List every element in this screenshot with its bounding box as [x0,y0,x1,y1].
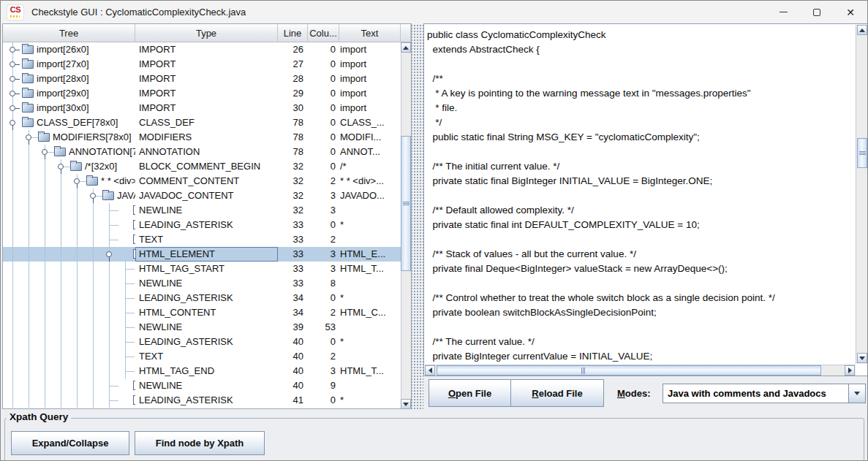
table-row[interactable]: LEADING_ASTERISK[41x0] LEADING_ASTERISK … [3,393,401,408]
tree-cell[interactable]: ANNOTATION[78x0] [3,145,135,159]
table-row[interactable]: LEADING_ASTERISK[34x0] LEADING_ASTERISK … [3,291,401,305]
tree-cell[interactable]: MODIFIERS[78x0] [3,130,135,145]
table-row[interactable]: LEADING_ASTERISK[33x0] LEADING_ASTERISK … [3,218,401,232]
tree-cell[interactable]: import[27x0] [3,57,135,72]
collapse-handle-icon[interactable] [10,120,16,126]
type-cell[interactable]: HTML_TAG_START [135,262,278,276]
code-scroll-right-button[interactable] [845,365,855,376]
type-cell[interactable]: LEADING_ASTERISK [135,218,278,232]
table-row[interactable]: * * <div> COMMENT_CONTENT 32 2 * * <div>… [3,174,401,188]
minimize-button[interactable] [766,1,800,23]
table-row[interactable]: NEWLINE[39x53] NEWLINE 39 53 [3,320,401,335]
source-code-view[interactable]: public class CyclomaticComplexityCheck e… [425,25,856,365]
type-cell[interactable]: TEXT [135,232,278,247]
tree-cell[interactable]: HTML_TAG_END[40x3] [3,364,135,378]
table-row[interactable]: TEXT[40x2] TEXT 40 2 [3,349,401,364]
code-scroll-left-button[interactable] [425,365,435,376]
code-hscrollbar-thumb[interactable] [437,365,821,376]
type-cell[interactable]: IMPORT [135,42,278,57]
expand-handle-icon[interactable] [10,91,16,97]
column-header-tree[interactable]: Tree [3,24,135,42]
expand-handle-icon[interactable] [10,61,16,68]
table-row[interactable]: /*[32x0] BLOCK_COMMENT_BEGIN 32 0 /* [3,159,401,174]
code-scroll-down-button[interactable] [857,353,867,363]
type-cell[interactable]: NEWLINE [135,320,278,335]
table-row[interactable]: import[28x0] IMPORT 28 0 import [3,72,401,86]
column-header-line[interactable]: Line [278,24,308,42]
tree-cell[interactable]: CLASS_DEF[78x0] [3,115,135,130]
table-row[interactable]: CLASS_DEF[78x0] CLASS_DEF 78 0 CLASS_... [3,115,401,130]
tree-cell[interactable]: LEADING_ASTERISK[33x0] [3,218,135,232]
tree-cell[interactable]: import[28x0] [3,72,135,86]
type-cell[interactable]: LEADING_ASTERISK [135,291,278,305]
table-row[interactable]: LEADING_ASTERISK[40x0] LEADING_ASTERISK … [3,335,401,349]
tree-cell[interactable]: NEWLINE[33x8] [3,276,135,291]
open-file-button[interactable]: Open File [429,379,511,407]
tree-cell[interactable]: LEADING_ASTERISK[34x0] [3,291,135,305]
table-row[interactable]: ANNOTATION[78x0] ANNOTATION 78 0 ANNOT..… [3,145,401,159]
table-row[interactable]: HTML_CONTENT[34x2] HTML_CONTENT 34 2 HTM… [3,305,401,320]
type-cell[interactable]: LEADING_ASTERISK [135,393,278,408]
collapse-handle-icon[interactable] [58,164,64,170]
tree-cell[interactable]: HTML_ELEMENT[33x3] [3,247,135,262]
table-row[interactable]: import[29x0] IMPORT 29 0 import [3,86,401,101]
type-cell[interactable]: IMPORT [135,72,278,86]
collapse-handle-icon[interactable] [26,134,32,141]
tree-cell[interactable]: TEXT[40x2] [3,349,135,364]
expand-handle-icon[interactable] [10,47,16,53]
table-row[interactable]: NEWLINE[33x8] NEWLINE 33 8 [3,276,401,291]
type-cell[interactable]: NEWLINE [135,276,278,291]
reload-file-button[interactable]: Reload File [510,379,604,407]
column-header-text[interactable]: Text [339,24,401,42]
type-cell[interactable]: HTML_CONTENT [135,305,278,320]
code-scroll-up-button[interactable] [857,25,867,35]
tree-cell[interactable]: * * <div> [3,174,135,188]
tree-cell[interactable]: /*[32x0] [3,159,135,174]
type-cell[interactable]: COMMENT_CONTENT [135,174,278,188]
split-pane-divider[interactable] [412,23,423,409]
type-cell[interactable]: IMPORT [135,101,278,115]
tree-cell[interactable]: NEWLINE[40x9] [3,378,135,393]
tree-cell[interactable]: LEADING_ASTERISK[40x0] [3,335,135,349]
tree-scrollbar-thumb[interactable] [401,136,411,271]
table-row[interactable]: import[30x0] IMPORT 30 0 import [3,101,401,115]
code-vertical-scrollbar[interactable] [856,25,867,364]
table-row[interactable]: NEWLINE[32x3] NEWLINE 32 3 [3,203,401,218]
column-header-type[interactable]: Type [135,24,278,42]
type-cell[interactable]: BLOCK_COMMENT_BEGIN [135,159,278,174]
close-button[interactable]: ✕ [834,1,867,23]
expand-collapse-button[interactable]: Expand/Collapse [11,431,129,455]
code-scrollbar-thumb[interactable] [857,138,867,168]
tree-scroll-up-button[interactable] [401,42,411,53]
collapse-handle-icon[interactable] [90,193,97,199]
type-cell[interactable]: CLASS_DEF [135,115,278,130]
code-horizontal-scrollbar[interactable] [425,365,856,376]
type-cell[interactable]: JAVADOC_CONTENT [135,188,278,203]
type-cell[interactable]: HTML_TAG_END [135,364,278,378]
find-node-by-xpath-button[interactable]: Find node by Xpath [135,431,265,455]
combo-dropdown-button[interactable] [848,384,865,403]
table-row[interactable]: NEWLINE[40x9] NEWLINE 40 9 [3,378,401,393]
modes-combobox[interactable]: Java with comments and Javadocs [663,384,866,403]
table-row[interactable]: JAVADOC_CONTENT[32x3] JAVADOC_CONTENT 32… [3,188,401,203]
collapse-handle-icon[interactable] [42,149,48,156]
tree-cell[interactable]: JAVADOC_CONTENT[32x3] [3,188,135,203]
tree-cell[interactable]: LEADING_ASTERISK[41x0] [3,393,135,408]
collapse-handle-icon[interactable] [74,178,80,185]
type-cell[interactable]: IMPORT [135,57,278,72]
expand-handle-icon[interactable] [10,76,16,83]
tree-cell[interactable]: import[30x0] [3,101,135,115]
maximize-button[interactable] [800,1,834,23]
table-row[interactable]: HTML_TAG_END[40x3] HTML_TAG_END 40 3 HTM… [3,364,401,378]
tree-cell[interactable]: import[29x0] [3,86,135,101]
tree-cell[interactable]: HTML_TAG_START[33x3] [3,262,135,276]
expand-handle-icon[interactable] [10,105,16,112]
table-row[interactable]: import[26x0] IMPORT 26 0 import [3,42,401,57]
type-cell[interactable]: HTML_ELEMENT [135,247,278,262]
type-cell[interactable]: IMPORT [135,86,278,101]
tree-cell[interactable]: HTML_CONTENT[34x2] [3,305,135,320]
table-row[interactable]: HTML_ELEMENT[33x3] HTML_ELEMENT 33 3 HTM… [3,247,401,262]
tree-cell[interactable]: import[26x0] [3,42,135,57]
table-row[interactable]: HTML_TAG_START[33x3] HTML_TAG_START 33 3… [3,262,401,276]
tree-cell[interactable]: NEWLINE[39x53] [3,320,135,335]
